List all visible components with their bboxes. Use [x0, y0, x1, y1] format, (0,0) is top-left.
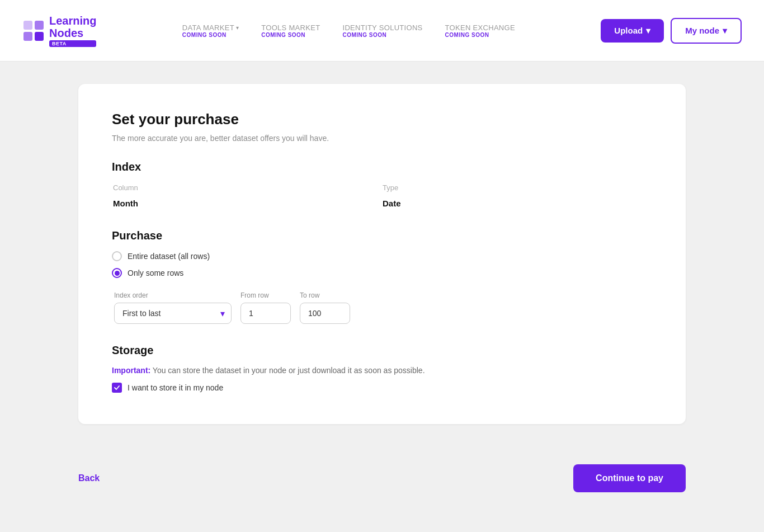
- to-row-label: To row: [300, 291, 350, 299]
- radio-entire-dataset-label: Entire dataset (all rows): [128, 252, 210, 261]
- page-subtitle: The more accurate you are, better datase…: [112, 134, 652, 143]
- index-table: Column Type Month Date: [112, 182, 652, 209]
- nav-label-tools-market: TOOLS MARKET: [261, 23, 320, 32]
- index-order-label: Index order: [114, 291, 232, 299]
- row-inputs: Index order First to last Last to first …: [114, 291, 652, 324]
- page-title: Set your purchase: [112, 111, 652, 128]
- continue-button[interactable]: Continue to pay: [573, 464, 686, 492]
- beta-badge: BETA: [49, 40, 96, 47]
- col-header: Column: [113, 183, 381, 195]
- header: LearningNodes BETA DATA MARKET ▾ COMING …: [0, 0, 764, 62]
- chevron-down-icon: ▾: [646, 26, 650, 36]
- logo-title: LearningNodes: [49, 15, 96, 39]
- chevron-down-icon: ▾: [236, 25, 239, 31]
- storage-note: Important: You can store the dataset in …: [112, 366, 652, 375]
- purchase-section: Purchase Entire dataset (all rows) Only …: [112, 229, 652, 324]
- upload-button[interactable]: Upload ▾: [601, 19, 664, 43]
- main-content: Set your purchase The more accurate you …: [0, 62, 764, 446]
- radio-entire-dataset-circle: [112, 251, 122, 261]
- to-row-group: To row: [300, 291, 350, 324]
- logo[interactable]: LearningNodes BETA: [22, 15, 96, 47]
- storage-important-label: Important:: [112, 366, 150, 375]
- from-row-label: From row: [240, 291, 291, 299]
- svg-rect-2: [23, 32, 32, 41]
- index-order-group: Index order First to last Last to first …: [114, 291, 232, 324]
- footer-actions: Back Continue to pay: [0, 446, 764, 510]
- logo-icon: [22, 20, 45, 42]
- nav-label-identity: IDENTITY SOLUTIONS: [342, 23, 422, 32]
- store-in-node-checkbox[interactable]: I want to store it in my node: [112, 383, 652, 393]
- nav-item-data-market[interactable]: DATA MARKET ▾ COMING SOON: [182, 23, 239, 38]
- radio-entire-dataset[interactable]: Entire dataset (all rows): [112, 251, 652, 261]
- nav-label-data-market: DATA MARKET ▾: [182, 23, 239, 32]
- purchase-radio-group: Entire dataset (all rows) Only some rows: [112, 251, 652, 278]
- storage-heading: Storage: [112, 344, 652, 357]
- nav-sub-token-exchange: COMING SOON: [445, 32, 489, 38]
- type-value: Date: [383, 196, 651, 208]
- type-header: Type: [383, 183, 651, 195]
- checkmark-icon: [114, 384, 120, 391]
- logo-text: LearningNodes BETA: [49, 15, 96, 47]
- nav-sub-tools-market: COMING SOON: [261, 32, 305, 38]
- back-button[interactable]: Back: [78, 473, 100, 483]
- from-row-input[interactable]: [240, 303, 291, 324]
- purchase-heading: Purchase: [112, 229, 652, 242]
- nav-item-token-exchange[interactable]: TOKEN EXCHANGE COMING SOON: [445, 23, 515, 38]
- index-section: Index Column Type Month Date: [112, 161, 652, 209]
- to-row-input[interactable]: [300, 303, 350, 324]
- chevron-down-icon: ▾: [723, 26, 727, 36]
- header-buttons: Upload ▾ My node ▾: [601, 18, 742, 44]
- main-nav: DATA MARKET ▾ COMING SOON TOOLS MARKET C…: [182, 23, 515, 38]
- index-order-select-wrapper: First to last Last to first ▾: [114, 303, 232, 324]
- index-heading: Index: [112, 161, 652, 173]
- nav-label-token-exchange: TOKEN EXCHANGE: [445, 23, 515, 32]
- radio-some-rows[interactable]: Only some rows: [112, 268, 652, 278]
- nav-sub-identity: COMING SOON: [342, 32, 386, 38]
- svg-rect-0: [23, 21, 32, 30]
- nav-sub-data-market: COMING SOON: [182, 32, 227, 38]
- radio-some-rows-label: Only some rows: [128, 269, 183, 277]
- storage-note-text: You can store the dataset in your node o…: [153, 366, 425, 375]
- purchase-card: Set your purchase The more accurate you …: [78, 84, 686, 424]
- index-order-select[interactable]: First to last Last to first: [114, 303, 232, 324]
- radio-some-rows-circle: [112, 268, 122, 278]
- nav-item-identity[interactable]: IDENTITY SOLUTIONS COMING SOON: [342, 23, 422, 38]
- mynode-button[interactable]: My node ▾: [671, 18, 742, 44]
- from-row-group: From row: [240, 291, 291, 324]
- nav-item-tools-market[interactable]: TOOLS MARKET COMING SOON: [261, 23, 320, 38]
- svg-rect-1: [35, 21, 44, 30]
- store-in-node-label: I want to store it in my node: [128, 383, 223, 392]
- checkbox-checked-box: [112, 383, 122, 393]
- col-value: Month: [113, 196, 381, 208]
- svg-rect-3: [35, 32, 44, 41]
- storage-section: Storage Important: You can store the dat…: [112, 344, 652, 393]
